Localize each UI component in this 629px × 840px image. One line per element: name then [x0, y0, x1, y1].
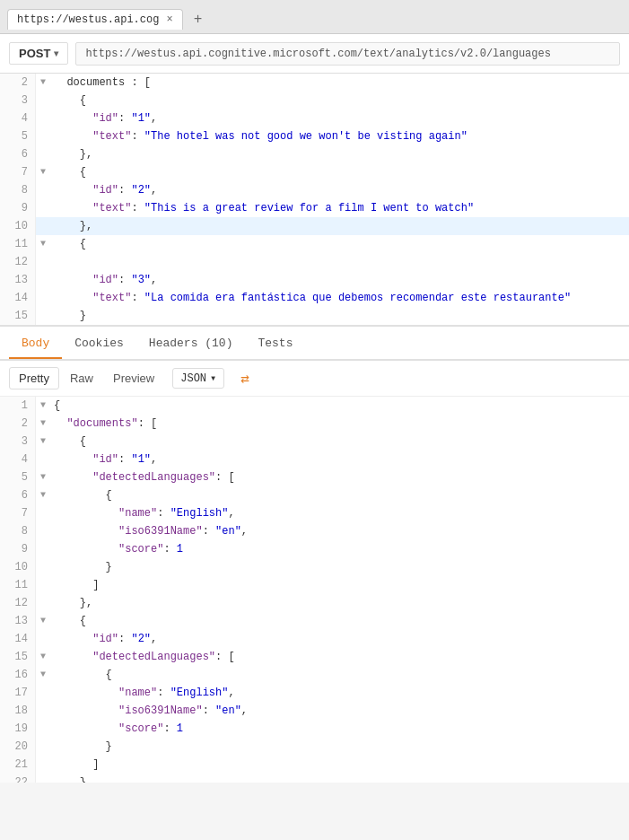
active-tab[interactable]: https://westus.api.cog × [7, 9, 183, 30]
method-button[interactable]: POST ▾ [9, 42, 68, 65]
response-line: 8 "iso6391Name": "en", [0, 522, 629, 540]
response-line: 17 "name": "English", [0, 684, 629, 702]
request-line: 5 "text": "The hotel was not good we won… [0, 127, 629, 145]
line-content: documents : [ [50, 74, 151, 92]
response-tabs-bar: BodyCookiesHeaders (10)Tests [0, 327, 629, 361]
line-number: 2 [0, 74, 36, 92]
response-line: 20 } [0, 738, 629, 756]
line-number: 1 [0, 397, 36, 415]
line-toggle[interactable]: ▼ [36, 648, 50, 666]
response-tab-list: BodyCookiesHeaders (10)Tests [9, 329, 305, 357]
line-toggle[interactable]: ▼ [36, 235, 50, 253]
response-lines: 1▼{2▼ "documents": [3▼ {4 "id": "1",5▼ "… [0, 397, 629, 783]
line-content: "score": 1 [50, 540, 183, 558]
url-input[interactable]: https://westus.api.cognitive.microsoft.c… [75, 42, 620, 66]
new-tab-button[interactable]: + [187, 8, 210, 31]
line-toggle[interactable]: ▼ [36, 666, 50, 684]
line-content: "id": "1", [50, 109, 157, 127]
line-content: { [50, 163, 86, 181]
response-tab-tests[interactable]: Tests [245, 329, 305, 359]
line-number: 9 [0, 199, 36, 217]
view-btn-raw[interactable]: Raw [61, 367, 102, 389]
request-line: 8 "id": "2", [0, 181, 629, 199]
line-number: 8 [0, 522, 36, 540]
browser-tabs: https://westus.api.cog × + [0, 0, 629, 34]
line-number: 12 [0, 594, 36, 612]
method-chevron-icon: ▾ [54, 48, 58, 58]
line-number: 21 [0, 756, 36, 774]
line-content: } [50, 738, 112, 756]
line-content: } [50, 558, 112, 576]
request-line: 3 { [0, 92, 629, 109]
response-line: 12 }, [0, 594, 629, 612]
line-toggle[interactable]: ▼ [36, 74, 50, 92]
line-content: { [50, 486, 112, 504]
line-number: 10 [0, 558, 36, 576]
response-line: 10 } [0, 558, 629, 576]
line-toggle[interactable]: ▼ [36, 612, 50, 630]
tab-label: https://westus.api.cog [17, 13, 159, 26]
line-content: "iso6391Name": "en", [50, 522, 248, 540]
format-chevron-icon: ▾ [210, 372, 216, 385]
view-btn-preview[interactable]: Preview [104, 367, 163, 389]
line-content: { [50, 433, 86, 451]
line-number: 13 [0, 271, 36, 289]
wrap-button[interactable]: ⇄ [233, 366, 257, 391]
view-btn-pretty[interactable]: Pretty [9, 367, 59, 389]
line-content: }, [50, 217, 92, 235]
response-tab-body[interactable]: Body [9, 329, 62, 359]
line-content: { [50, 92, 86, 109]
line-toggle[interactable]: ▼ [36, 486, 50, 504]
line-content: "id": "3", [50, 271, 157, 289]
line-number: 11 [0, 235, 36, 253]
response-line: 16▼ { [0, 666, 629, 684]
request-code-panel: 2▼ documents : [3 {4 "id": "1",5 "text":… [0, 74, 629, 327]
line-content: "text": "La comida era fantástica que de… [50, 289, 571, 307]
line-toggle[interactable]: ▼ [36, 163, 50, 181]
line-content: "text": "The hotel was not good we won't… [50, 127, 467, 145]
response-tab-headers10[interactable]: Headers (10) [136, 329, 246, 359]
line-number: 15 [0, 648, 36, 666]
line-number: 15 [0, 307, 36, 325]
line-content: "name": "English", [50, 684, 235, 702]
response-tab-cookies[interactable]: Cookies [62, 329, 136, 359]
line-number: 6 [0, 486, 36, 504]
line-content: }, [50, 594, 92, 612]
response-line: 18 "iso6391Name": "en", [0, 702, 629, 720]
response-line: 13▼ { [0, 612, 629, 630]
line-content: "text": "This is a great review for a fi… [50, 199, 474, 217]
request-code-scrollable[interactable]: 2▼ documents : [3 {4 "id": "1",5 "text":… [0, 74, 629, 325]
line-number: 12 [0, 253, 36, 271]
line-number: 5 [0, 468, 36, 486]
line-number: 18 [0, 702, 36, 720]
tab-close-button[interactable]: × [166, 13, 172, 26]
url-bar: POST ▾ https://westus.api.cognitive.micr… [0, 34, 629, 74]
response-line: 14 "id": "2", [0, 630, 629, 648]
line-number: 11 [0, 576, 36, 594]
line-content: ] [50, 756, 99, 774]
line-toggle[interactable]: ▼ [36, 397, 50, 415]
line-number: 17 [0, 684, 36, 702]
request-line: 9 "text": "This is a great review for a … [0, 199, 629, 217]
response-line: 22 }, [0, 774, 629, 783]
line-content: "documents": [ [50, 415, 157, 433]
line-content: "id": "1", [50, 451, 157, 468]
line-content: } [50, 307, 86, 325]
line-toggle[interactable]: ▼ [36, 468, 50, 486]
line-content: { [50, 397, 60, 415]
response-line: 6▼ { [0, 486, 629, 504]
line-content: "detectedLanguages": [ [50, 648, 235, 666]
request-line: 13 "id": "3", [0, 271, 629, 289]
line-number: 16 [0, 666, 36, 684]
line-content: }, [50, 145, 92, 163]
format-label: JSON [180, 372, 206, 385]
response-line: 15▼ "detectedLanguages": [ [0, 648, 629, 666]
response-code-panel[interactable]: 1▼{2▼ "documents": [3▼ {4 "id": "1",5▼ "… [0, 397, 629, 783]
request-line: 10 }, [0, 217, 629, 235]
line-toggle[interactable]: ▼ [36, 415, 50, 433]
line-content: "iso6391Name": "en", [50, 702, 248, 720]
format-select[interactable]: JSON ▾ [172, 368, 224, 389]
line-number: 9 [0, 540, 36, 558]
line-toggle[interactable]: ▼ [36, 433, 50, 451]
line-content: { [50, 235, 86, 253]
